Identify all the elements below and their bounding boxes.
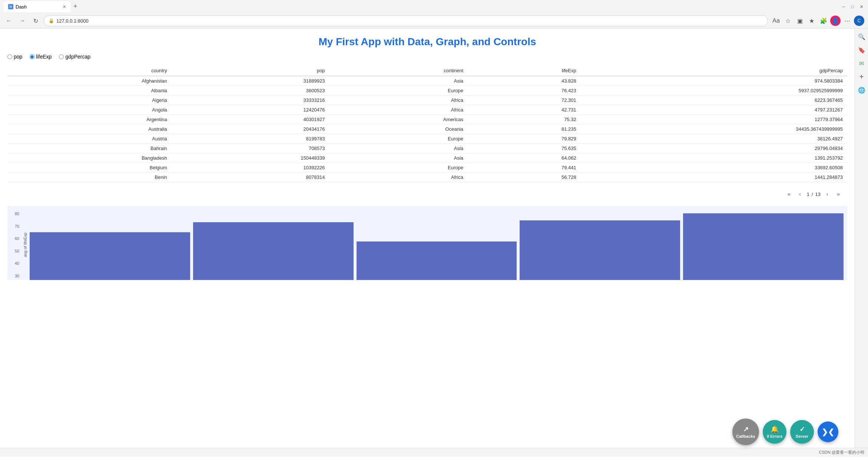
cell-pop: 708573	[172, 144, 329, 153]
cell-country: Bahrain	[7, 144, 172, 153]
cell-gdpPercap: 974.5803384	[581, 76, 847, 86]
collections-icon[interactable]: ★	[806, 16, 817, 26]
table-row: Australia20434176Oceania81.23534435.3674…	[7, 124, 847, 134]
status-text: CSDN @爱看一看的小明	[819, 450, 864, 455]
y-tick-30: 30	[11, 274, 19, 278]
new-tab-button[interactable]: +	[70, 3, 80, 10]
content-area: My First App with Data, Graph, and Contr…	[0, 29, 868, 448]
globe-sidebar-icon[interactable]: 🌐	[857, 85, 867, 95]
cell-country: Australia	[7, 124, 172, 134]
reader-view-icon[interactable]: Aa	[771, 16, 781, 26]
first-page-button[interactable]: «	[785, 190, 794, 199]
tab-close-button[interactable]: ×	[63, 4, 66, 10]
cell-pop: 10392226	[172, 163, 329, 173]
search-sidebar-icon[interactable]: 🔍	[857, 31, 867, 42]
y-tick-60: 60	[11, 236, 19, 241]
data-table: country pop continent lifeExp gdpPercap …	[7, 66, 847, 182]
copilot-button[interactable]: C	[854, 16, 864, 26]
cell-lifeExp: 81.235	[468, 124, 581, 134]
cell-country: Bangladesh	[7, 153, 172, 163]
maximize-button[interactable]: □	[849, 4, 855, 10]
cell-lifeExp: 79.441	[468, 163, 581, 173]
radio-gdppercap[interactable]: gdpPercap	[59, 54, 90, 60]
status-bar: CSDN @爱看一看的小明	[0, 448, 868, 457]
address-bar: ← → ↻ 🔒 127.0.0.1:8000 Aa ☆ ▣ ★ 🧩 👤 ⋯ C	[0, 13, 868, 28]
cell-pop: 8078314	[172, 173, 329, 182]
y-axis-label-container: avg of lifeExp	[22, 210, 28, 280]
cell-gdpPercap: 1391.253792	[581, 153, 847, 163]
last-page-button[interactable]: »	[834, 190, 843, 199]
cell-continent: Africa	[329, 173, 468, 182]
cell-pop: 3600523	[172, 86, 329, 96]
y-tick-80: 80	[11, 211, 19, 216]
errors-fab[interactable]: 🔔 0 Errors	[763, 420, 786, 444]
refresh-button[interactable]: ↻	[30, 16, 41, 26]
cell-pop: 8199783	[172, 134, 329, 144]
tab-favicon: D	[8, 4, 13, 9]
server-fab[interactable]: ✓ Server	[790, 420, 814, 444]
menu-button[interactable]: ⋯	[842, 16, 852, 26]
favorites-icon[interactable]: ☆	[783, 16, 793, 26]
minimize-button[interactable]: ─	[841, 4, 847, 10]
radio-lifeexp-label: lifeExp	[36, 54, 52, 60]
y-tick-40: 40	[11, 261, 19, 266]
current-page: 1	[807, 191, 809, 197]
callbacks-icon: ↗	[743, 425, 749, 433]
callbacks-fab[interactable]: ↗ Callbacks	[732, 419, 759, 445]
cell-pop: 33333216	[172, 96, 329, 105]
back-button[interactable]: ←	[4, 16, 14, 26]
chart-container: 80 70 60 50 40 30 avg of lifeExp	[7, 206, 847, 280]
callbacks-label: Callbacks	[736, 434, 755, 439]
check-icon: ✓	[799, 425, 805, 433]
extensions-icon[interactable]: 🧩	[818, 16, 829, 26]
table-row: Austria8199783Europe79.82936126.4927	[7, 134, 847, 144]
browser-tab[interactable]: D Dash ×	[4, 1, 70, 12]
cell-gdpPercap: 33692.60508	[581, 163, 847, 173]
cell-lifeExp: 72.301	[468, 96, 581, 105]
cell-lifeExp: 79.829	[468, 134, 581, 144]
profile-icon[interactable]: 👤	[830, 16, 841, 26]
page-content: My First App with Data, Graph, and Contr…	[0, 29, 855, 448]
browser-chrome: D Dash × + ─ □ ✕ ← → ↻ 🔒 127.0.0.1:8000 …	[0, 0, 868, 29]
forward-button[interactable]: →	[17, 16, 27, 26]
table-row: Belgium10392226Europe79.44133692.60508	[7, 163, 847, 173]
server-label: Server	[796, 434, 808, 439]
url-bar[interactable]: 🔒 127.0.0.1:8000	[44, 15, 768, 26]
table-row: Algeria33333216Africa72.3016223.367465	[7, 96, 847, 105]
cell-continent: Europe	[329, 86, 468, 96]
prev-page-button[interactable]: ‹	[796, 190, 805, 199]
cell-continent: Oceania	[329, 124, 468, 134]
nav-icon: ❯❮	[822, 427, 834, 436]
total-pages: 13	[815, 191, 821, 197]
cell-country: Benin	[7, 173, 172, 182]
split-view-icon[interactable]: ▣	[795, 16, 805, 26]
cell-pop: 31889923	[172, 76, 329, 86]
nav-fab[interactable]: ❯❮	[818, 421, 838, 442]
cell-lifeExp: 76.423	[468, 86, 581, 96]
chart-bar	[683, 213, 844, 280]
cell-country: Belgium	[7, 163, 172, 173]
cell-continent: Europe	[329, 163, 468, 173]
table-header: country pop continent lifeExp gdpPercap	[7, 66, 847, 76]
radio-pop-label: pop	[14, 54, 22, 60]
collections-sidebar-icon[interactable]: 🔖	[857, 45, 867, 55]
y-tick-50: 50	[11, 249, 19, 253]
cell-gdpPercap: 36126.4927	[581, 134, 847, 144]
cell-continent: Asia	[329, 144, 468, 153]
plus-sidebar-icon[interactable]: +	[857, 71, 867, 82]
cell-pop: 12420476	[172, 105, 329, 115]
radio-pop[interactable]: pop	[7, 54, 22, 60]
cell-continent: Americas	[329, 115, 468, 124]
radio-lifeexp[interactable]: lifeExp	[30, 54, 52, 60]
radio-lifeexp-input[interactable]	[30, 54, 34, 59]
email-sidebar-icon[interactable]: ✉	[857, 58, 867, 69]
close-window-button[interactable]: ✕	[858, 4, 864, 10]
cell-pop: 40301927	[172, 115, 329, 124]
next-page-button[interactable]: ›	[823, 190, 832, 199]
radio-pop-input[interactable]	[7, 54, 12, 59]
cell-country: Afghanistan	[7, 76, 172, 86]
cell-gdpPercap: 12779.37964	[581, 115, 847, 124]
cell-lifeExp: 64.062	[468, 153, 581, 163]
pagination: « ‹ 1 / 13 › »	[7, 186, 847, 202]
radio-gdppercap-input[interactable]	[59, 54, 64, 59]
